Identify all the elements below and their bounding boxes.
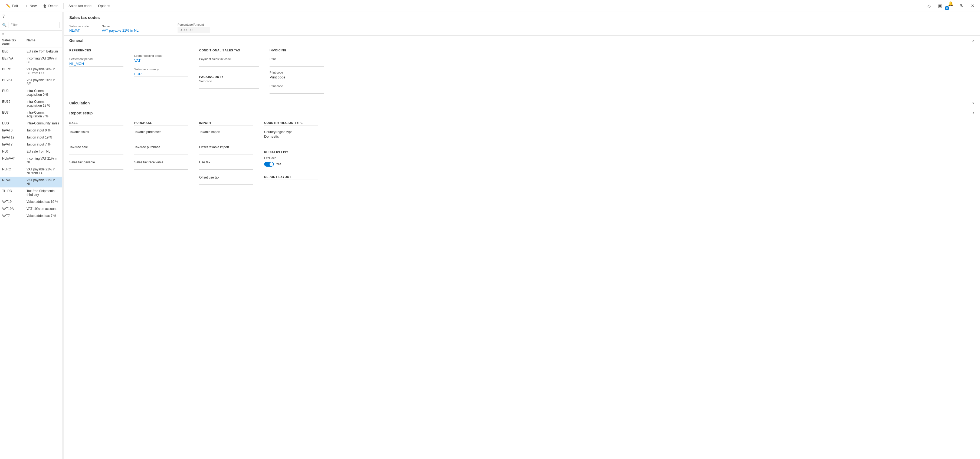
ledger-posting-value[interactable]: VAT <box>134 59 188 63</box>
print-code2-value[interactable] <box>270 89 324 94</box>
sales-tax-currency-field: Sales tax currency EUR <box>134 68 188 77</box>
tax-free-sale-value[interactable] <box>69 149 123 154</box>
edit-icon: ✏️ <box>6 4 11 8</box>
taxable-purchases-field: Taxable purchases <box>134 130 188 139</box>
item-name: VAT 19% on account <box>27 207 60 211</box>
item-name: EU sale from Belgium <box>27 49 60 53</box>
sort-code-label: Sort code <box>199 79 259 83</box>
list-item[interactable]: BEVAT VAT payable 20% in BE <box>0 76 62 87</box>
options-label: Options <box>98 4 110 8</box>
field-code: Sales tax code NLVAT <box>69 25 96 33</box>
sales-tax-receivable-value[interactable] <box>134 165 188 170</box>
diamond-icon-btn[interactable]: ◇ <box>925 2 934 10</box>
taxable-import-value[interactable] <box>199 134 253 139</box>
edit-button[interactable]: ✏️ Edit <box>3 3 21 9</box>
taxable-purchases-label: Taxable purchases <box>134 130 188 134</box>
excluded-toggle[interactable] <box>264 162 274 167</box>
sort-code-value[interactable] <box>199 84 259 89</box>
tax-free-purchase-label: Tax-free purchase <box>134 145 188 149</box>
general-section-header[interactable]: General ∧ <box>64 36 980 45</box>
close-icon-btn[interactable]: ✕ <box>968 2 977 10</box>
general-chevron-icon: ∧ <box>972 39 975 43</box>
item-name: Value added tax 19 % <box>27 200 60 204</box>
item-name: Value added tax 7 % <box>27 214 60 218</box>
list-items: BE0 EU sale from Belgium BEInVAT Incomin… <box>0 48 62 459</box>
taxable-purchases-value[interactable] <box>134 134 188 139</box>
report-setup-section-header[interactable]: Report setup ∧ <box>64 108 980 118</box>
list-item[interactable]: EU19 Intra-Comm. acquisition 19 % <box>0 98 62 109</box>
list-item[interactable]: EU7 Intra-Comm. acquisition 7 % <box>0 109 62 120</box>
delete-button[interactable]: 🗑 Delete <box>40 3 61 9</box>
list-item[interactable]: NLRC VAT payable 21% in NL from EU <box>0 166 62 176</box>
taxable-sales-value[interactable] <box>69 134 123 139</box>
list-item[interactable]: EU0 Intra-Comm. acquisition 0 % <box>0 87 62 98</box>
ledger-posting-field: Ledger posting group VAT <box>134 54 188 63</box>
country-region-col: COUNTRY/REGION TYPE Country/region type … <box>264 121 318 187</box>
list-item[interactable]: InVAT7 Tax on input 7 % <box>0 141 62 148</box>
offset-use-tax-value[interactable] <box>199 180 253 185</box>
sales-tax-currency-value[interactable]: EUR <box>134 72 188 77</box>
tax-free-sale-label: Tax-free sale <box>69 145 123 149</box>
search-input[interactable] <box>8 22 60 28</box>
sales-tax-payable-label: Sales tax payable <box>69 160 123 164</box>
layout-icon-btn[interactable]: ▣ <box>935 2 944 10</box>
payment-sales-tax-field: Payment sales tax code <box>199 57 259 67</box>
print-code-value[interactable]: Print code <box>270 75 324 80</box>
item-code: VAT19A <box>2 207 27 211</box>
offset-taxable-import-value[interactable] <box>199 149 253 154</box>
new-button[interactable]: ＋ New <box>22 2 39 10</box>
report-setup-section: Report setup ∧ SALE Taxable sales Tax-fr… <box>64 108 980 192</box>
sales-tax-payable-value[interactable] <box>69 165 123 170</box>
excluded-field: Excluded Yes <box>264 156 318 167</box>
excluded-label: Excluded <box>264 156 318 160</box>
print-value[interactable] <box>270 62 324 67</box>
list-item[interactable]: NLVAT VAT payable 21% in NL <box>0 176 62 187</box>
conditional-title: CONDITIONAL SALES TAX <box>199 49 259 52</box>
conditional-col: CONDITIONAL SALES TAX Payment sales tax … <box>199 49 259 94</box>
list-item[interactable]: BE0 EU sale from Belgium <box>0 48 62 55</box>
use-tax-value[interactable] <box>199 165 253 170</box>
list-item[interactable]: VAT19A VAT 19% on account <box>0 205 62 212</box>
item-name: Tax-free Shipments third ctry <box>27 189 60 197</box>
settlement-period-value[interactable]: NL_MON <box>69 62 123 67</box>
plus-icon: ＋ <box>24 3 28 8</box>
item-code: NLVAT <box>2 178 27 186</box>
item-name: Incoming VAT 20% in BE <box>27 57 60 64</box>
list-item[interactable]: NL0 EU sale from NL <box>0 148 62 155</box>
refresh-icon-btn[interactable]: ↻ <box>957 2 966 10</box>
offset-taxable-import-field: Offset taxable import <box>199 145 253 154</box>
pct-value[interactable]: 0.00000 <box>178 27 210 33</box>
calculation-section-header[interactable]: Calculation ∨ <box>64 98 980 108</box>
offset-use-tax-label: Offset use tax <box>199 176 253 179</box>
code-value[interactable]: NLVAT <box>69 29 96 33</box>
item-name: VAT payable 20% in BE from EU <box>27 67 60 75</box>
item-code: NL0 <box>2 149 27 153</box>
country-region-type-value[interactable]: Domestic <box>264 134 318 139</box>
list-item[interactable]: NLInVAT Incoming VAT 21% in NL <box>0 155 62 166</box>
item-code: VAT7 <box>2 214 27 218</box>
payment-sales-tax-value[interactable] <box>199 62 259 67</box>
tax-free-purchase-field: Tax-free purchase <box>134 145 188 154</box>
taxable-sales-field: Taxable sales <box>69 130 123 139</box>
sales-tax-code-button[interactable]: Sales tax code <box>66 3 94 9</box>
settlement-period-label: Settlement period <box>69 57 123 60</box>
name-value[interactable]: VAT payable 21% in NL <box>102 29 172 33</box>
list-item[interactable]: InVAT19 Tax on input 19 % <box>0 134 62 141</box>
print-field: Print <box>270 57 324 67</box>
item-code: BE0 <box>2 49 27 53</box>
delete-label: Delete <box>48 4 59 8</box>
list-item[interactable]: VAT19 Value added tax 19 % <box>0 198 62 205</box>
list-item[interactable]: InVAT0 Tax on input 0 % <box>0 127 62 134</box>
list-item[interactable]: BEInVAT Incoming VAT 20% in BE <box>0 55 62 66</box>
list-item[interactable]: BERC VAT payable 20% in BE from EU <box>0 66 62 76</box>
list-item[interactable]: EUS Intra-Community sales <box>0 120 62 127</box>
field-pct: Percentage/Amount 0.00000 <box>178 23 210 33</box>
purchase-title: PURCHASE <box>134 121 188 126</box>
print-code2-field: Print code <box>270 84 324 94</box>
options-button[interactable]: Options <box>95 3 113 9</box>
list-item[interactable]: THIRD Tax-free Shipments third ctry <box>0 187 62 198</box>
list-item[interactable]: VAT7 Value added tax 7 % <box>0 212 62 219</box>
col-code-header: Sales tax code ↑ <box>2 38 27 46</box>
use-tax-field: Use tax <box>199 160 253 170</box>
tax-free-purchase-value[interactable] <box>134 149 188 154</box>
